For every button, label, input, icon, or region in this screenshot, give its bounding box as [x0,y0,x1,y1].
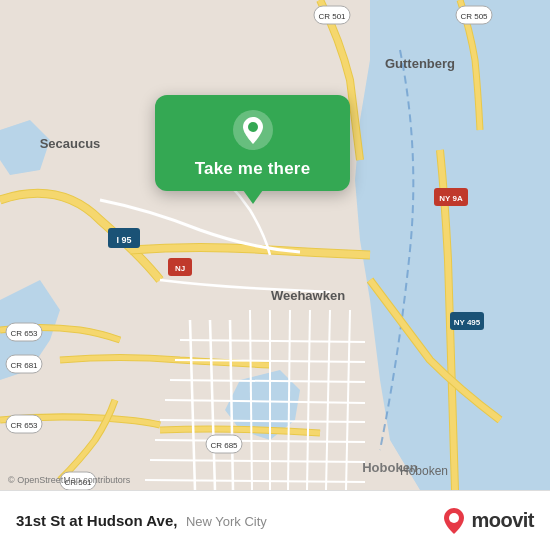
svg-text:CR 681: CR 681 [10,361,38,370]
svg-text:NJ: NJ [175,264,185,273]
map-popup[interactable]: Take me there [155,95,350,191]
svg-text:CR 685: CR 685 [210,441,238,450]
bottom-bar-address-section: 31st St at Hudson Ave, New York City [16,512,443,530]
svg-point-52 [449,513,459,523]
moovit-text: moovit [471,509,534,532]
svg-text:CR 653: CR 653 [10,329,38,338]
svg-text:CR 653: CR 653 [10,421,38,430]
svg-text:CR 505: CR 505 [460,12,488,21]
map-background: I 95 NJ NY 9A NY 495 CR 501 CR 505 CR 65… [0,0,550,490]
svg-text:NY 495: NY 495 [454,318,481,327]
svg-text:Guttenberg: Guttenberg [385,56,455,71]
svg-text:I 95: I 95 [116,235,131,245]
bottom-bar: 31st St at Hudson Ave, New York City moo… [0,490,550,550]
svg-text:Weehawken: Weehawken [271,288,345,303]
city-text: New York City [186,514,267,529]
location-pin-icon [232,109,274,151]
svg-text:NY 9A: NY 9A [439,194,463,203]
moovit-pin-icon [443,507,465,535]
moovit-logo: moovit [443,507,534,535]
address-text: 31st St at Hudson Ave, [16,512,177,529]
map-container: I 95 NJ NY 9A NY 495 CR 501 CR 505 CR 65… [0,0,550,490]
popup-label: Take me there [195,159,311,179]
svg-text:CR 501: CR 501 [318,12,346,21]
svg-text:Secaucus: Secaucus [40,136,101,151]
svg-text:© OpenStreetMap contributors: © OpenStreetMap contributors [8,475,131,485]
svg-point-51 [248,122,258,132]
svg-text:Hoboken: Hoboken [400,464,448,478]
